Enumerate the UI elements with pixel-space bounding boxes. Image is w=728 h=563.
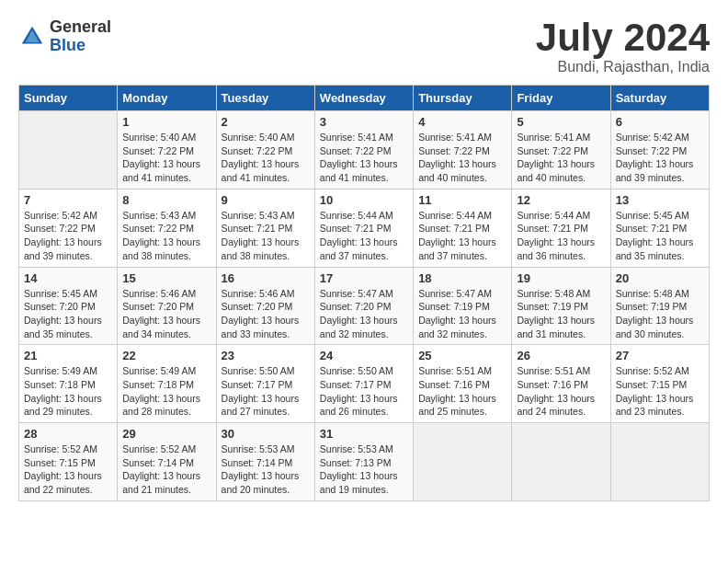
sunrise: Sunrise: 5:42 AM [24,210,97,221]
day-info: Sunrise: 5:43 AMSunset: 7:21 PMDaylight:… [222,209,310,263]
sunrise: Sunrise: 5:45 AM [616,210,689,221]
calendar-cell [512,423,610,501]
daylight: Daylight: 13 hours and 40 minutes. [517,158,595,183]
day-info: Sunrise: 5:49 AMSunset: 7:18 PMDaylight:… [122,364,210,419]
sunrise: Sunrise: 5:41 AM [320,132,393,143]
sunset: Sunset: 7:17 PM [222,379,293,390]
calendar-week-1: 1Sunrise: 5:40 AMSunset: 7:22 PMDaylight… [19,111,710,190]
daylight: Daylight: 13 hours and 41 minutes. [122,158,200,183]
daylight: Daylight: 13 hours and 20 minutes. [222,470,300,495]
day-info: Sunrise: 5:42 AMSunset: 7:22 PMDaylight:… [24,209,112,263]
day-number: 10 [320,193,408,207]
day-info: Sunrise: 5:41 AMSunset: 7:22 PMDaylight:… [320,131,408,185]
calendar-cell: 25Sunrise: 5:51 AMSunset: 7:16 PMDayligh… [414,345,512,423]
calendar-cell: 29Sunrise: 5:52 AMSunset: 7:14 PMDayligh… [118,423,216,501]
header-day-sunday: Sunday [19,86,118,111]
logo-icon [18,23,46,51]
sunset: Sunset: 7:21 PM [616,223,688,234]
sunset: Sunset: 7:19 PM [616,301,688,312]
daylight: Daylight: 13 hours and 32 minutes. [320,315,398,339]
day-info: Sunrise: 5:45 AMSunset: 7:20 PMDaylight:… [24,287,112,341]
sunset: Sunset: 7:18 PM [24,379,96,390]
header-day-thursday: Thursday [414,86,512,111]
sunset: Sunset: 7:20 PM [222,301,293,312]
daylight: Daylight: 13 hours and 38 minutes. [122,236,200,261]
sunrise: Sunrise: 5:44 AM [418,210,492,221]
day-info: Sunrise: 5:48 AMSunset: 7:19 PMDaylight:… [517,287,605,341]
sunrise: Sunrise: 5:51 AM [517,365,590,376]
day-info: Sunrise: 5:44 AMSunset: 7:21 PMDaylight:… [517,209,605,263]
calendar-cell [610,423,709,501]
calendar-cell: 22Sunrise: 5:49 AMSunset: 7:18 PMDayligh… [118,345,216,423]
calendar-cell: 1Sunrise: 5:40 AMSunset: 7:22 PMDaylight… [118,111,216,190]
sunrise: Sunrise: 5:47 AM [320,288,393,299]
sunset: Sunset: 7:19 PM [517,301,588,312]
sunrise: Sunrise: 5:51 AM [418,365,492,376]
header-day-tuesday: Tuesday [216,86,314,111]
daylight: Daylight: 13 hours and 21 minutes. [122,470,200,495]
sunset: Sunset: 7:22 PM [320,145,392,156]
daylight: Daylight: 13 hours and 29 minutes. [24,393,102,418]
calendar-table: SundayMondayTuesdayWednesdayThursdayFrid… [18,85,710,501]
sunrise: Sunrise: 5:46 AM [122,288,196,299]
header-day-saturday: Saturday [610,86,709,111]
day-number: 16 [222,271,310,285]
sunset: Sunset: 7:14 PM [122,457,194,468]
sunrise: Sunrise: 5:47 AM [418,288,492,299]
sunrise: Sunrise: 5:49 AM [122,365,196,376]
sunrise: Sunrise: 5:41 AM [517,132,590,143]
day-number: 30 [222,427,310,441]
day-number: 15 [122,271,210,285]
day-number: 2 [222,115,310,129]
daylight: Daylight: 13 hours and 35 minutes. [616,236,694,261]
calendar-cell: 8Sunrise: 5:43 AMSunset: 7:22 PMDaylight… [118,189,216,267]
sunset: Sunset: 7:22 PM [122,223,194,234]
sunset: Sunset: 7:18 PM [122,379,194,390]
day-info: Sunrise: 5:40 AMSunset: 7:22 PMDaylight:… [122,131,210,185]
calendar-cell: 30Sunrise: 5:53 AMSunset: 7:14 PMDayligh… [216,423,314,501]
sunset: Sunset: 7:22 PM [616,145,688,156]
day-number: 29 [122,427,210,441]
daylight: Daylight: 13 hours and 26 minutes. [320,393,398,418]
logo-general-text: General [50,18,111,37]
day-info: Sunrise: 5:50 AMSunset: 7:17 PMDaylight:… [320,364,408,419]
day-number: 28 [24,427,112,441]
header: General Blue July 2024 Bundi, Rajasthan,… [18,18,710,75]
day-number: 21 [24,349,112,362]
header-day-monday: Monday [118,86,216,111]
sunrise: Sunrise: 5:44 AM [320,210,393,221]
daylight: Daylight: 13 hours and 40 minutes. [418,158,496,183]
calendar-cell: 26Sunrise: 5:51 AMSunset: 7:16 PMDayligh… [512,345,610,423]
day-number: 19 [517,271,605,285]
month-title: July 2024 [536,18,710,57]
day-number: 27 [616,349,704,362]
logo-blue-text: Blue [50,37,111,55]
sunset: Sunset: 7:22 PM [222,145,293,156]
calendar-cell: 27Sunrise: 5:52 AMSunset: 7:15 PMDayligh… [610,345,709,423]
day-number: 31 [320,427,408,441]
day-info: Sunrise: 5:44 AMSunset: 7:21 PMDaylight:… [418,209,506,263]
calendar-cell: 24Sunrise: 5:50 AMSunset: 7:17 PMDayligh… [314,345,413,423]
calendar-header-row: SundayMondayTuesdayWednesdayThursdayFrid… [19,86,710,111]
day-number: 24 [320,349,408,362]
daylight: Daylight: 13 hours and 41 minutes. [320,158,398,183]
sunrise: Sunrise: 5:48 AM [517,288,590,299]
title-section: July 2024 Bundi, Rajasthan, India [536,18,710,75]
day-info: Sunrise: 5:42 AMSunset: 7:22 PMDaylight:… [616,131,704,185]
calendar-cell: 3Sunrise: 5:41 AMSunset: 7:22 PMDaylight… [314,111,413,190]
day-info: Sunrise: 5:45 AMSunset: 7:21 PMDaylight:… [616,209,704,263]
header-day-friday: Friday [512,86,610,111]
sunset: Sunset: 7:21 PM [418,223,490,234]
sunset: Sunset: 7:14 PM [222,457,293,468]
daylight: Daylight: 13 hours and 31 minutes. [517,315,595,339]
calendar-week-3: 14Sunrise: 5:45 AMSunset: 7:20 PMDayligh… [19,267,710,345]
day-info: Sunrise: 5:51 AMSunset: 7:16 PMDaylight:… [517,364,605,419]
calendar-cell: 2Sunrise: 5:40 AMSunset: 7:22 PMDaylight… [216,111,314,190]
calendar-cell [19,111,118,190]
day-number: 5 [517,115,605,129]
calendar-cell: 15Sunrise: 5:46 AMSunset: 7:20 PMDayligh… [118,267,216,345]
daylight: Daylight: 13 hours and 37 minutes. [418,236,496,261]
daylight: Daylight: 13 hours and 28 minutes. [122,393,200,418]
day-info: Sunrise: 5:51 AMSunset: 7:16 PMDaylight:… [418,364,506,419]
sunrise: Sunrise: 5:52 AM [122,443,196,454]
